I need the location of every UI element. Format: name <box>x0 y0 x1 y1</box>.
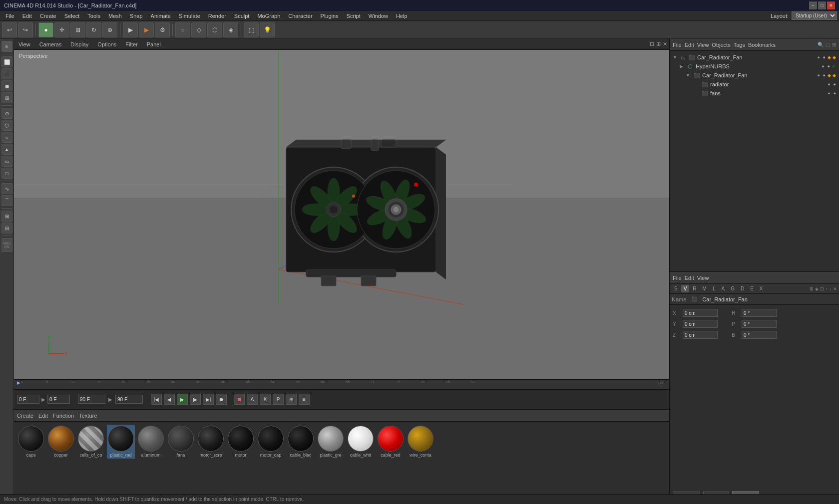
scale-tool[interactable]: ⊞ <box>70 22 85 37</box>
select-tool[interactable]: ⊕ <box>102 22 117 37</box>
tree-item-car-radiator-fan-child[interactable]: ▼ ⬛ Car_Radiator_Fan ● ● ◆ ◆ <box>672 71 837 80</box>
key-button[interactable]: K <box>260 394 271 405</box>
wire-btn[interactable]: ⊞ <box>1 92 12 103</box>
menu-window[interactable]: Window <box>365 12 392 20</box>
menu-select[interactable]: Select <box>61 12 83 20</box>
mat-menu-texture[interactable]: Texture <box>79 413 97 419</box>
hn-vis2[interactable]: ● <box>828 64 830 69</box>
tree-item-fans[interactable]: ▶ ⬛ fans ● ● <box>672 89 837 98</box>
fans-vis2[interactable]: ● <box>834 91 836 96</box>
menu-character[interactable]: Character <box>285 12 316 20</box>
menu-file[interactable]: File <box>2 12 18 20</box>
vp-menu-options[interactable]: Options <box>95 40 119 48</box>
record-button[interactable]: ⏺ <box>216 394 227 405</box>
vp-menu-filter[interactable]: Filter <box>123 40 140 48</box>
obj-menu-bookmarks[interactable]: Bookmarks <box>748 42 776 48</box>
go-start-button[interactable]: |◀ <box>151 394 162 405</box>
prop-tab-e[interactable]: E <box>748 285 756 292</box>
prop-tab-m[interactable]: M <box>700 285 709 292</box>
menu-help[interactable]: Help <box>393 12 411 20</box>
menu-snap[interactable]: Snap <box>126 12 146 20</box>
object-tool[interactable]: ○ <box>175 22 190 37</box>
stop-button[interactable]: ⏹ <box>234 394 245 405</box>
spline-btn[interactable]: ∿ <box>1 183 12 194</box>
cone-btn[interactable]: ▲ <box>1 144 12 155</box>
vp-menu-panel[interactable]: Panel <box>144 40 163 48</box>
perspective-btn[interactable]: ⬜ <box>1 56 12 67</box>
light-btn[interactable]: 💡 <box>260 22 275 37</box>
menu-script[interactable]: Script <box>343 12 364 20</box>
live-selection-tool[interactable]: ● <box>38 22 53 37</box>
spline2-btn[interactable]: ⌒ <box>1 195 12 206</box>
vis-dot-2[interactable]: ● <box>823 55 826 60</box>
sphere-btn[interactable]: ○ <box>1 132 12 143</box>
phong-btn[interactable]: ◼ <box>1 80 12 91</box>
end-frame-input[interactable] <box>78 395 105 404</box>
prop-input-b[interactable] <box>742 331 777 339</box>
menu-simulate[interactable]: Simulate <box>175 12 204 20</box>
obj-menu-edit[interactable]: Edit <box>685 42 694 48</box>
null-btn[interactable]: ⊙ <box>1 108 12 119</box>
expand-icon-hn[interactable]: ▶ <box>680 64 687 69</box>
mat-menu-edit[interactable]: Edit <box>38 413 48 419</box>
vp-icon-expand[interactable]: ⊞ <box>656 41 661 47</box>
cube-btn[interactable]: ⬡ <box>1 120 12 131</box>
end-frame-input2[interactable] <box>115 395 143 404</box>
prop-icon-2[interactable]: ◈ <box>815 286 819 291</box>
prop-menu-file[interactable]: File <box>673 275 682 281</box>
menu-plugins[interactable]: Plugins <box>317 12 342 20</box>
prop-tab-l[interactable]: L <box>710 285 718 292</box>
prop-input-p[interactable] <box>742 320 777 328</box>
material-item-plastic_rad[interactable]: plastic_rad <box>107 425 135 459</box>
cylinder-btn[interactable]: ▭ <box>1 156 12 167</box>
prop-icon-5[interactable]: ↓ <box>830 286 832 291</box>
prop-tab-a[interactable]: A <box>719 285 727 292</box>
edge-tool[interactable]: ⬡ <box>207 22 222 37</box>
material-item-cable_whit[interactable]: cable_whit <box>347 425 375 459</box>
prop-icon-1[interactable]: ⊞ <box>810 286 814 291</box>
grid2-btn[interactable]: ⊟ <box>1 223 12 234</box>
menu-render[interactable]: Render <box>205 12 230 20</box>
material-item-cable_red[interactable]: cable_red <box>377 425 405 459</box>
material-item-motor[interactable]: motor <box>227 425 255 459</box>
vp-icon-lock[interactable]: ⊡ <box>650 41 654 47</box>
vp-menu-display[interactable]: Display <box>68 40 91 48</box>
tree-item-radiator[interactable]: ▶ ⬛ radiator ● ● <box>672 80 837 89</box>
prop-icon-3[interactable]: ⊡ <box>820 286 824 291</box>
move-tool[interactable]: ✛ <box>54 22 69 37</box>
prop-tab-d[interactable]: D <box>738 285 747 292</box>
play-button[interactable]: ▶ <box>177 394 188 405</box>
rad-vis2[interactable]: ● <box>834 82 836 87</box>
current-frame-input[interactable] <box>17 395 39 404</box>
go-end-button[interactable]: ▶| <box>203 394 214 405</box>
loop-button[interactable]: ⊞ <box>286 394 297 405</box>
render-region-button[interactable]: ▶ <box>123 22 138 37</box>
child-vis2[interactable]: ● <box>823 73 826 78</box>
vp-menu-view[interactable]: View <box>16 40 33 48</box>
playback-mode[interactable]: P <box>273 394 284 405</box>
obj-menu-view[interactable]: View <box>697 42 709 48</box>
vp-menu-cameras[interactable]: Cameras <box>37 40 64 48</box>
prop-input-z[interactable] <box>683 331 718 339</box>
view-btn[interactable]: ≡ <box>1 41 12 52</box>
fans-vis1[interactable]: ● <box>828 91 830 96</box>
grid-btn[interactable]: ⊞ <box>1 211 12 222</box>
menu-create[interactable]: Create <box>36 12 60 20</box>
material-item-fans[interactable]: fans <box>167 425 195 459</box>
tree-item-hypernurbs[interactable]: ▶ ⬡ HyperNURBS ● ● ✓ <box>672 62 837 71</box>
mat-menu-create[interactable]: Create <box>17 413 33 419</box>
tree-item-car-radiator-fan-root[interactable]: ▼ 🗂 ⬛ Car_Radiator_Fan ● ● ◆ ◆ <box>672 53 837 62</box>
prop-menu-edit[interactable]: Edit <box>685 275 694 281</box>
layout-select[interactable]: Startup (User) <box>792 11 837 20</box>
prop-menu-view[interactable]: View <box>697 275 709 281</box>
prop-input-x[interactable] <box>683 309 718 317</box>
extra-btn[interactable]: ≡ <box>299 394 310 405</box>
prop-tab-v[interactable]: V <box>681 285 690 292</box>
prop-input-y[interactable] <box>683 320 718 328</box>
minimize-button[interactable]: – <box>809 1 817 9</box>
menu-tools[interactable]: Tools <box>84 12 104 20</box>
material-item-cells_of_co[interactable]: cells_of_co <box>77 425 105 459</box>
vp-icon-close[interactable]: ✕ <box>663 41 667 47</box>
material-item-copper[interactable]: copper <box>47 425 75 459</box>
maximize-button[interactable]: □ <box>818 1 826 9</box>
